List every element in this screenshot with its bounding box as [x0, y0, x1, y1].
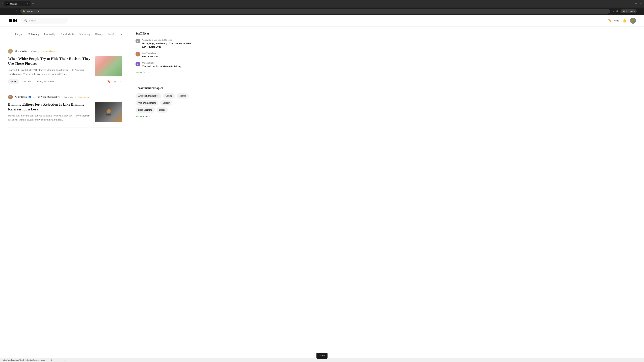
topic-pill-deep-learning[interactable]: Deep Learning — [136, 107, 155, 113]
see-full-list-link[interactable]: See the full list — [136, 71, 192, 74]
pick-avatar: J — [136, 52, 140, 56]
tab-javascript[interactable]: JavaSc... — [106, 31, 120, 38]
article-text: Blaming Editors for a Rejection Is Like … — [8, 102, 91, 122]
reload-button[interactable]: ↻ — [15, 9, 18, 13]
tab-for-you[interactable]: For you — [12, 31, 26, 38]
article-thumbnail[interactable] — [95, 102, 122, 122]
footer-separator: · — [34, 80, 34, 83]
footer-actions: 🔖 ⊖ ··· — [106, 79, 122, 84]
article-excerpt: To avoid the scarlet letter "R", they're… — [8, 68, 91, 76]
search-icon: 🔍 — [24, 19, 28, 22]
lock-icon: 🔒 — [23, 10, 25, 12]
write-label: Write — [613, 19, 619, 22]
article-title[interactable]: When White People Try to Hide Their Raci… — [8, 56, 91, 66]
tab-marketing[interactable]: Marketing — [77, 31, 92, 38]
pick-avatar: Q — [136, 62, 140, 66]
article-footer: Racism 8 min read · From your network 🔖 … — [8, 79, 122, 84]
read-time: 8 min read — [22, 80, 31, 83]
bookmark-star-icon[interactable]: ☆ — [612, 10, 614, 13]
medium-favicon — [6, 2, 9, 5]
publication-name[interactable]: The Writing Cooperative — [36, 96, 60, 98]
write-button[interactable]: ✏️ Write — [608, 19, 619, 22]
minimize-button[interactable]: — — [630, 2, 632, 5]
topic-pill-humor[interactable]: Humor — [177, 93, 189, 98]
article-card: A Allison Wiltz · 1 hour ago ✦ Member-on… — [8, 43, 122, 89]
topic-pill-coding[interactable]: Coding — [163, 93, 175, 98]
pick-title[interactable]: Get in the Van. — [142, 55, 158, 58]
staff-picks-section: Staff Picks W Wikimedia in Down the Rabb… — [136, 32, 192, 74]
tab-social-media[interactable]: Social Media — [58, 31, 77, 38]
more-tooltip-label: More — [320, 354, 324, 357]
maximize-button[interactable]: ▭ — [635, 2, 637, 5]
topic-pill-web-dev[interactable]: Web Development — [136, 100, 158, 106]
pick-info: Quentin Septer Zen and the Art of Mounta… — [142, 62, 181, 68]
browser-tab-medium[interactable]: Medium ✕ — [4, 1, 30, 6]
member-badge: Member-only — [46, 50, 58, 53]
bookmark-button[interactable]: 🔖 — [106, 79, 111, 84]
pick-source: Quentin Septer — [142, 62, 181, 64]
thumbnail-image — [95, 102, 122, 122]
article-card: W Walter Rhein ✓ in The Writing Cooperat… — [8, 89, 122, 128]
author-name[interactable]: Allison Wiltz — [14, 50, 27, 53]
sidebar: Staff Picks W Wikimedia in Down the Rabb… — [136, 26, 192, 128]
more-options-icon[interactable]: ⋮ — [639, 10, 641, 13]
tab-leadership[interactable]: Leadership — [42, 31, 58, 38]
tabs-scroll-right[interactable]: › — [120, 31, 122, 38]
add-topic-button[interactable]: + — [8, 30, 12, 38]
topic-pill-books[interactable]: Books — [157, 107, 168, 113]
user-avatar[interactable] — [630, 17, 636, 24]
tab-arrow-left[interactable]: ‹ — [2, 2, 3, 5]
staff-picks-title: Staff Picks — [136, 32, 192, 35]
close-window-button[interactable]: ✕ — [640, 2, 642, 5]
author-name[interactable]: Walter Rhein — [14, 96, 27, 98]
pick-title[interactable]: Zen and the Art of Mountain Biking — [142, 65, 181, 68]
tab-following[interactable]: Following — [26, 31, 42, 38]
browser-tabs: ‹ Medium ✕ + — [2, 1, 34, 6]
medium-app: 🔍 Search ✏️ Write 🔔 + For you Following — [0, 15, 644, 362]
pick-info: Wikimedia in Down the Rabbit Hole Birds,… — [142, 39, 192, 48]
svg-point-1 — [8, 3, 8, 4]
split-screen-icon[interactable]: ⊟ — [616, 10, 618, 13]
address-bar: ← → ↻ 🔒 medium.com ☆ ⊟ 🕵 Incognito ⋮ — [0, 7, 644, 15]
minus-button[interactable]: ⊖ — [113, 79, 117, 84]
tab-close-button[interactable]: ✕ — [26, 2, 28, 5]
notifications-button[interactable]: 🔔 — [622, 18, 626, 23]
incognito-label: Incognito — [626, 10, 634, 12]
search-placeholder: Search — [29, 19, 36, 22]
member-star-icon: ✦ — [42, 50, 44, 53]
new-tab-button[interactable]: + — [32, 2, 34, 5]
tab-history[interactable]: History — [92, 31, 106, 38]
topics-grid: Artificial Intelligence Coding Humor Web… — [136, 93, 192, 113]
pick-avatar: W — [136, 39, 140, 43]
article-meta: W Walter Rhein ✓ in The Writing Cooperat… — [8, 95, 122, 99]
verified-icon: ✓ — [28, 96, 31, 98]
from-network-label: From your network — [37, 80, 54, 83]
topic-pill-society[interactable]: Society — [160, 100, 172, 106]
article-text: When White People Try to Hide Their Raci… — [8, 56, 91, 76]
article-title[interactable]: Blaming Editors for a Rejection Is Like … — [8, 102, 91, 112]
topic-tabs: + For you Following Leadership Social Me… — [8, 30, 122, 38]
article-tag[interactable]: Racism — [8, 79, 19, 84]
article-excerpt: Maybe they blew the call, but you still … — [8, 114, 91, 122]
top-navigation: 🔍 Search ✏️ Write 🔔 — [0, 15, 644, 26]
recommended-topics-section: Recommended topics Artificial Intelligen… — [136, 86, 192, 118]
pick-title[interactable]: Birds, bugs, and beauty: The winners of … — [142, 42, 192, 48]
pencil-icon: ✏️ — [608, 19, 612, 22]
more-options-button[interactable]: ··· — [119, 79, 122, 84]
more-tooltip[interactable]: More — [316, 353, 328, 359]
topic-pill-ai[interactable]: Artificial Intelligence — [136, 93, 161, 98]
pick-info: Joan Westenberg Get in the Van. — [142, 52, 158, 58]
article-thumbnail[interactable] — [95, 56, 122, 76]
incognito-icon: 🕵 — [622, 10, 625, 12]
main-feed: + For you Following Leadership Social Me… — [8, 26, 122, 128]
back-button[interactable]: ← — [3, 9, 7, 13]
search-bar[interactable]: 🔍 Search — [21, 18, 68, 24]
svg-point-3 — [13, 19, 15, 22]
address-input[interactable]: 🔒 medium.com — [20, 9, 610, 13]
incognito-button[interactable]: 🕵 Incognito — [620, 9, 636, 13]
meta-separator: · — [29, 50, 29, 53]
medium-logo[interactable] — [8, 18, 17, 23]
browser-chrome: ‹ Medium ✕ + — ▭ ✕ — [0, 0, 644, 7]
see-more-topics-link[interactable]: See more topics — [136, 115, 192, 118]
forward-button[interactable]: → — [9, 9, 13, 13]
